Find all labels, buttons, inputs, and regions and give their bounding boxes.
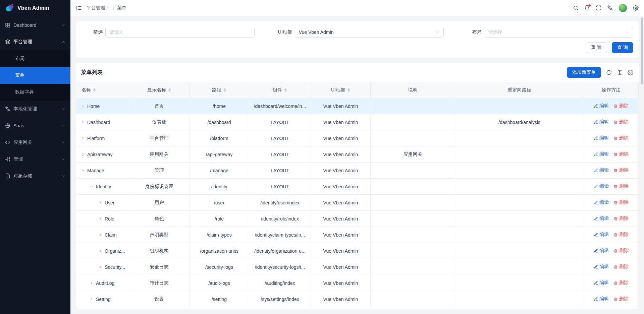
table-row: Home首页/home/dashboard/welcome/in...Vue V…	[76, 98, 639, 114]
delete-button[interactable]: 删除	[613, 135, 629, 141]
chevron-down-icon	[436, 30, 440, 34]
chevron-down-icon[interactable]	[90, 185, 94, 189]
delete-button[interactable]: 删除	[613, 183, 629, 189]
chevron-right-icon[interactable]	[81, 136, 85, 140]
row-redirect	[455, 146, 584, 163]
sidebar-item-object-storage[interactable]: 对象存储	[0, 168, 70, 184]
delete-button[interactable]: 删除	[613, 215, 629, 222]
edit-button[interactable]: 编辑	[594, 215, 609, 222]
edit-button[interactable]: 编辑	[594, 135, 609, 141]
edit-button[interactable]: 编辑	[594, 183, 609, 189]
breadcrumb-item-platform[interactable]: 平台管理	[87, 5, 110, 11]
sort-icon[interactable]	[93, 88, 96, 92]
row-display-name: 设置	[129, 291, 190, 307]
add-menu-button[interactable]: 添加新菜单	[567, 67, 601, 78]
sidebar-subitem-layout[interactable]: 布局	[0, 50, 70, 67]
sidebar-item-manage[interactable]: 管理	[0, 151, 70, 168]
page-scrollbar-thumb[interactable]	[641, 17, 643, 84]
chevron-right-icon[interactable]	[98, 233, 102, 237]
edit-button[interactable]: 编辑	[594, 167, 609, 173]
filter-field-keyword: 筛选	[81, 27, 255, 38]
column-header-path[interactable]: 路径	[190, 82, 249, 98]
delete-label: 删除	[619, 248, 629, 254]
sidebar: Vben Admin Dashboard平台管理布局菜单数据字典本地化管理Saa…	[0, 0, 70, 314]
collapse-sidebar-icon[interactable]	[76, 5, 82, 11]
column-height-icon[interactable]	[617, 70, 623, 75]
chevron-right-icon[interactable]	[98, 265, 102, 269]
chevron-right-icon[interactable]	[90, 297, 94, 301]
sort-icon[interactable]	[347, 88, 350, 92]
chevron-down-icon[interactable]	[81, 169, 85, 173]
sidebar-item-dashboard[interactable]: Dashboard	[0, 17, 70, 34]
delete-button[interactable]: 删除	[613, 167, 629, 173]
chevron-right-icon[interactable]	[81, 120, 85, 124]
edit-label: 编辑	[599, 199, 609, 205]
column-header-ui[interactable]: UI框架	[311, 82, 371, 98]
sidebar-item-platform-management[interactable]: 平台管理	[0, 34, 70, 50]
edit-button[interactable]: 编辑	[594, 119, 609, 125]
chevron-right-icon[interactable]	[90, 281, 94, 285]
row-ui-framework: Vue Vben Admin	[311, 243, 371, 259]
delete-button[interactable]: 删除	[613, 151, 629, 157]
filter-keyword-input[interactable]	[105, 27, 255, 38]
search-icon[interactable]	[573, 5, 579, 11]
delete-button[interactable]: 删除	[613, 119, 629, 125]
sort-icon[interactable]	[284, 88, 287, 92]
sort-icon[interactable]	[168, 88, 171, 92]
edit-button[interactable]: 编辑	[594, 280, 609, 286]
row-description	[371, 275, 455, 291]
reset-button[interactable]: 重 置	[586, 42, 607, 53]
fullscreen-icon[interactable]	[596, 5, 601, 11]
edit-button[interactable]: 编辑	[594, 232, 609, 238]
edit-button[interactable]: 编辑	[594, 296, 609, 302]
row-display-name: 用户	[129, 195, 190, 211]
delete-button[interactable]: 删除	[613, 199, 629, 205]
filter-label: 筛选	[81, 29, 103, 35]
settings-icon[interactable]	[633, 5, 639, 11]
edit-label: 编辑	[599, 151, 609, 157]
edit-label: 编辑	[599, 103, 609, 109]
chevron-right-icon[interactable]	[98, 201, 102, 205]
chevron-right-icon[interactable]	[98, 217, 102, 221]
bell-icon[interactable]	[584, 5, 590, 11]
avatar[interactable]	[619, 4, 627, 12]
query-button[interactable]: 查 询	[612, 42, 633, 53]
sidebar-subitem-menu[interactable]: 菜单	[0, 67, 70, 84]
edit-label: 编辑	[599, 296, 609, 302]
sort-icon[interactable]	[223, 88, 226, 92]
sidebar-item-api-gateway[interactable]: 应用网关	[0, 134, 70, 151]
delete-button[interactable]: 删除	[613, 248, 629, 254]
table-row: User用户/user/identity/user/indexVue Vben …	[76, 195, 639, 211]
ui-framework-select[interactable]: Vue Vben Admin	[295, 27, 444, 38]
column-header-display[interactable]: 显示名称	[129, 82, 190, 98]
table-row: Platform平台管理/platformLAYOUTVue Vben Admi…	[76, 130, 639, 146]
settings-icon[interactable]	[628, 70, 633, 75]
layout-select[interactable]: 请选择	[484, 27, 633, 38]
sidebar-item-localization[interactable]: 本地化管理	[0, 101, 70, 117]
logo[interactable]: Vben Admin	[0, 0, 70, 16]
sidebar-subitem-data-dictionary[interactable]: 数据字典	[0, 84, 70, 101]
delete-button[interactable]: 删除	[613, 264, 629, 270]
delete-button[interactable]: 删除	[613, 296, 629, 302]
delete-button[interactable]: 删除	[613, 103, 629, 109]
delete-button[interactable]: 删除	[613, 232, 629, 238]
chevron-right-icon[interactable]	[81, 152, 85, 156]
edit-button[interactable]: 编辑	[594, 264, 609, 270]
edit-button[interactable]: 编辑	[594, 103, 609, 109]
row-name: Setting	[96, 297, 111, 302]
row-redirect	[455, 259, 584, 275]
filter-label: UI框架	[271, 29, 292, 35]
column-header-name[interactable]: 名称	[76, 82, 129, 98]
translate-icon[interactable]	[607, 5, 613, 11]
row-description	[371, 259, 455, 275]
chevron-right-icon[interactable]	[81, 104, 85, 108]
chevron-right-icon[interactable]	[98, 249, 102, 253]
edit-button[interactable]: 编辑	[594, 199, 609, 205]
refresh-icon[interactable]	[606, 70, 612, 75]
delete-button[interactable]: 删除	[613, 280, 629, 286]
edit-button[interactable]: 编辑	[594, 151, 609, 157]
column-header-component[interactable]: 组件	[249, 82, 311, 98]
row-path: /dashboard	[190, 114, 249, 130]
sidebar-item-saas[interactable]: Saas	[0, 117, 70, 134]
edit-button[interactable]: 编辑	[594, 248, 609, 254]
